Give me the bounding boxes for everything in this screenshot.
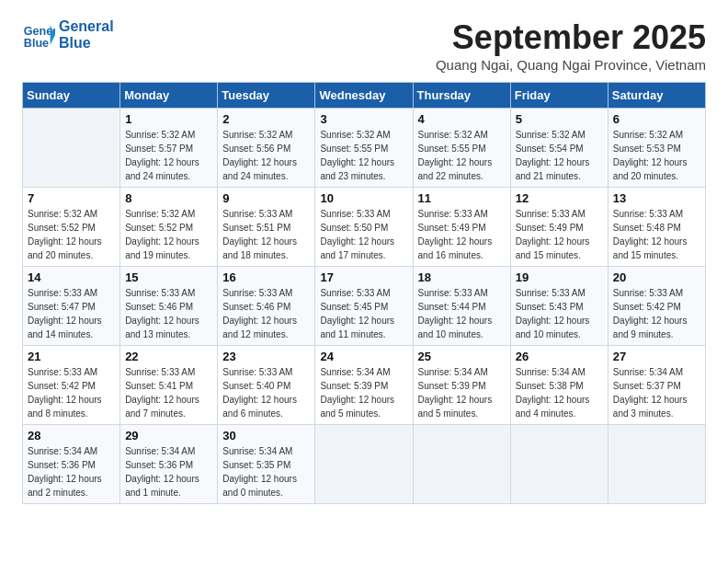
calendar-cell: 22Sunrise: 5:33 AM Sunset: 5:41 PM Dayli… (120, 346, 218, 425)
title-block: September 2025 Quang Ngai, Quang Ngai Pr… (436, 18, 706, 73)
page-header: General Blue General Blue September 2025… (22, 18, 706, 73)
day-info: Sunrise: 5:34 AM Sunset: 5:38 PM Dayligh… (516, 365, 603, 420)
calendar-cell: 23Sunrise: 5:33 AM Sunset: 5:40 PM Dayli… (218, 346, 315, 425)
day-info: Sunrise: 5:32 AM Sunset: 5:52 PM Dayligh… (125, 207, 212, 262)
calendar-cell: 11Sunrise: 5:33 AM Sunset: 5:49 PM Dayli… (413, 188, 510, 267)
day-info: Sunrise: 5:32 AM Sunset: 5:56 PM Dayligh… (222, 128, 310, 183)
calendar-cell: 14Sunrise: 5:33 AM Sunset: 5:47 PM Dayli… (23, 267, 120, 346)
calendar-cell: 16Sunrise: 5:33 AM Sunset: 5:46 PM Dayli… (218, 267, 315, 346)
day-info: Sunrise: 5:33 AM Sunset: 5:44 PM Dayligh… (418, 286, 506, 341)
calendar-cell: 6Sunrise: 5:32 AM Sunset: 5:53 PM Daylig… (608, 109, 705, 188)
day-number: 25 (418, 350, 506, 363)
logo-blue: Blue (59, 35, 114, 52)
calendar-cell: 26Sunrise: 5:34 AM Sunset: 5:38 PM Dayli… (510, 346, 608, 425)
day-info: Sunrise: 5:32 AM Sunset: 5:55 PM Dayligh… (320, 128, 407, 183)
day-number: 23 (222, 350, 310, 363)
day-number: 28 (28, 429, 115, 442)
day-number: 26 (516, 350, 603, 363)
day-number: 13 (613, 191, 700, 205)
logo-general: General (59, 18, 114, 35)
calendar-cell: 13Sunrise: 5:33 AM Sunset: 5:48 PM Dayli… (608, 188, 705, 267)
calendar-cell: 5Sunrise: 5:32 AM Sunset: 5:54 PM Daylig… (510, 109, 608, 188)
day-number: 14 (28, 270, 115, 284)
day-number: 18 (418, 270, 506, 284)
calendar-cell: 12Sunrise: 5:33 AM Sunset: 5:49 PM Dayli… (510, 188, 608, 267)
week-row-5: 28Sunrise: 5:34 AM Sunset: 5:36 PM Dayli… (23, 425, 706, 504)
day-number: 24 (320, 350, 407, 363)
day-number: 21 (28, 350, 115, 363)
day-number: 12 (516, 191, 603, 205)
calendar-cell: 18Sunrise: 5:33 AM Sunset: 5:44 PM Dayli… (413, 267, 510, 346)
day-info: Sunrise: 5:32 AM Sunset: 5:52 PM Dayligh… (28, 207, 115, 262)
calendar-cell: 25Sunrise: 5:34 AM Sunset: 5:39 PM Dayli… (413, 346, 510, 425)
calendar-cell: 15Sunrise: 5:33 AM Sunset: 5:46 PM Dayli… (120, 267, 218, 346)
weekday-header-saturday: Saturday (608, 83, 705, 109)
day-number: 9 (222, 191, 310, 205)
day-info: Sunrise: 5:34 AM Sunset: 5:37 PM Dayligh… (613, 365, 700, 420)
weekday-header-wednesday: Wednesday (315, 83, 413, 109)
day-number: 27 (613, 350, 700, 363)
day-info: Sunrise: 5:33 AM Sunset: 5:49 PM Dayligh… (516, 207, 603, 262)
calendar-cell: 9Sunrise: 5:33 AM Sunset: 5:51 PM Daylig… (218, 188, 315, 267)
location: Quang Ngai, Quang Ngai Province, Vietnam (436, 57, 706, 73)
day-number: 7 (28, 191, 115, 205)
week-row-3: 14Sunrise: 5:33 AM Sunset: 5:47 PM Dayli… (23, 267, 706, 346)
week-row-1: 1Sunrise: 5:32 AM Sunset: 5:57 PM Daylig… (23, 109, 706, 188)
calendar-cell: 27Sunrise: 5:34 AM Sunset: 5:37 PM Dayli… (608, 346, 705, 425)
calendar-cell (608, 425, 705, 504)
day-number: 10 (320, 191, 407, 205)
day-number: 17 (320, 270, 407, 284)
calendar-cell: 28Sunrise: 5:34 AM Sunset: 5:36 PM Dayli… (23, 425, 120, 504)
calendar-cell: 2Sunrise: 5:32 AM Sunset: 5:56 PM Daylig… (218, 109, 315, 188)
day-number: 1 (125, 112, 212, 126)
calendar-cell (510, 425, 608, 504)
weekday-header-sunday: Sunday (23, 83, 120, 109)
day-info: Sunrise: 5:33 AM Sunset: 5:46 PM Dayligh… (222, 286, 310, 341)
day-info: Sunrise: 5:33 AM Sunset: 5:45 PM Dayligh… (320, 286, 407, 341)
day-info: Sunrise: 5:33 AM Sunset: 5:42 PM Dayligh… (28, 365, 115, 420)
weekday-header-row: SundayMondayTuesdayWednesdayThursdayFrid… (23, 83, 706, 109)
day-number: 3 (320, 112, 407, 126)
day-number: 22 (125, 350, 212, 363)
weekday-header-thursday: Thursday (413, 83, 510, 109)
day-info: Sunrise: 5:32 AM Sunset: 5:54 PM Dayligh… (516, 128, 603, 183)
calendar-cell: 24Sunrise: 5:34 AM Sunset: 5:39 PM Dayli… (315, 346, 413, 425)
week-row-4: 21Sunrise: 5:33 AM Sunset: 5:42 PM Dayli… (23, 346, 706, 425)
day-number: 20 (613, 270, 700, 284)
day-info: Sunrise: 5:32 AM Sunset: 5:57 PM Dayligh… (125, 128, 212, 183)
day-number: 15 (125, 270, 212, 284)
day-info: Sunrise: 5:34 AM Sunset: 5:39 PM Dayligh… (418, 365, 506, 420)
day-number: 2 (222, 112, 310, 126)
week-row-2: 7Sunrise: 5:32 AM Sunset: 5:52 PM Daylig… (23, 188, 706, 267)
calendar-cell: 19Sunrise: 5:33 AM Sunset: 5:43 PM Dayli… (510, 267, 608, 346)
day-info: Sunrise: 5:33 AM Sunset: 5:40 PM Dayligh… (222, 365, 310, 420)
month-title: September 2025 (436, 18, 706, 57)
day-number: 30 (222, 429, 310, 442)
calendar-cell: 21Sunrise: 5:33 AM Sunset: 5:42 PM Dayli… (23, 346, 120, 425)
calendar-cell: 1Sunrise: 5:32 AM Sunset: 5:57 PM Daylig… (120, 109, 218, 188)
day-info: Sunrise: 5:33 AM Sunset: 5:47 PM Dayligh… (28, 286, 115, 341)
day-info: Sunrise: 5:34 AM Sunset: 5:35 PM Dayligh… (222, 444, 310, 500)
day-info: Sunrise: 5:33 AM Sunset: 5:46 PM Dayligh… (125, 286, 212, 341)
calendar-cell: 30Sunrise: 5:34 AM Sunset: 5:35 PM Dayli… (218, 425, 315, 504)
day-info: Sunrise: 5:33 AM Sunset: 5:50 PM Dayligh… (320, 207, 407, 262)
day-number: 5 (516, 112, 603, 126)
weekday-header-monday: Monday (120, 83, 218, 109)
day-number: 6 (613, 112, 700, 126)
calendar-cell (315, 425, 413, 504)
day-number: 19 (516, 270, 603, 284)
day-number: 29 (125, 429, 212, 442)
day-number: 16 (222, 270, 310, 284)
day-info: Sunrise: 5:33 AM Sunset: 5:42 PM Dayligh… (613, 286, 700, 341)
calendar-cell: 7Sunrise: 5:32 AM Sunset: 5:52 PM Daylig… (23, 188, 120, 267)
calendar-cell: 10Sunrise: 5:33 AM Sunset: 5:50 PM Dayli… (315, 188, 413, 267)
calendar-cell: 29Sunrise: 5:34 AM Sunset: 5:36 PM Dayli… (120, 425, 218, 504)
calendar-cell: 17Sunrise: 5:33 AM Sunset: 5:45 PM Dayli… (315, 267, 413, 346)
calendar-cell (23, 109, 120, 188)
day-info: Sunrise: 5:33 AM Sunset: 5:48 PM Dayligh… (613, 207, 700, 262)
day-info: Sunrise: 5:34 AM Sunset: 5:36 PM Dayligh… (125, 444, 212, 500)
weekday-header-tuesday: Tuesday (218, 83, 315, 109)
calendar-cell (413, 425, 510, 504)
day-info: Sunrise: 5:33 AM Sunset: 5:51 PM Dayligh… (222, 207, 310, 262)
day-number: 4 (418, 112, 506, 126)
